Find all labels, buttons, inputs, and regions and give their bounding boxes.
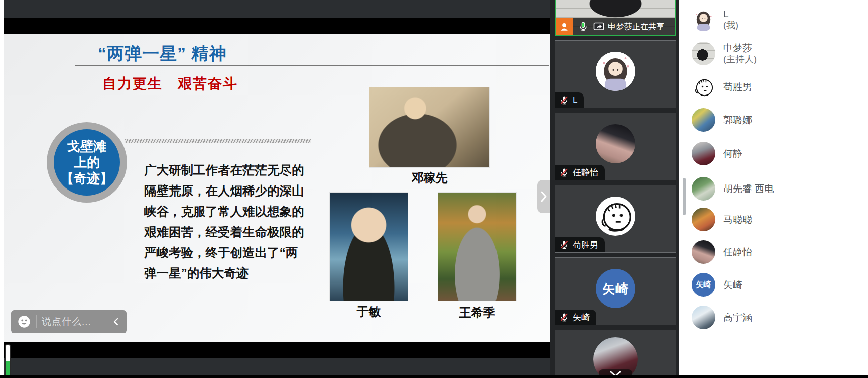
illustrated-girl-avatar	[596, 52, 635, 91]
slide-title: “两弹一星” 精神	[98, 42, 226, 65]
avatar	[692, 177, 715, 201]
participant-row-macongcong[interactable]: 马聪聪	[692, 208, 752, 231]
chat-divider	[106, 315, 106, 328]
participant-role: (我)	[723, 20, 738, 31]
avatar	[692, 108, 715, 132]
avatar	[692, 75, 715, 99]
participant-name: 任静怡	[723, 246, 752, 258]
participant-name: 申梦莎	[723, 42, 757, 54]
avatar	[692, 142, 715, 165]
participant-row-huxianrui[interactable]: 胡先睿 西电	[692, 177, 774, 201]
illustrated-girl-avatar	[692, 8, 715, 31]
participant-text: 申梦莎 (主持人)	[723, 42, 757, 65]
collapse-chat-icon[interactable]	[111, 317, 120, 327]
participant-row-shenmengsha[interactable]: 申梦莎 (主持人)	[692, 42, 757, 65]
video-tiles-column: 申梦莎正在共享	[550, 0, 679, 378]
participant-role: (主持人)	[723, 54, 757, 65]
presenter-badge	[556, 18, 573, 35]
mic-muted-icon	[559, 312, 569, 322]
avatar-initials-text: 矢崎	[602, 280, 629, 297]
tile-participant-renjingyi[interactable]: 任静怡	[555, 113, 676, 180]
participants-panel: L (我) 申梦莎 (主持人) 苟胜男	[679, 0, 868, 378]
window-bottom-edge	[0, 375, 868, 378]
participant-row-guoluna[interactable]: 郭璐娜	[692, 108, 752, 132]
tile-name: L	[573, 95, 577, 105]
smiley-emoji-icon[interactable]	[17, 315, 31, 329]
letterbox-bottom	[4, 342, 550, 358]
participant-name: 高宇涵	[723, 312, 752, 323]
slide-subtitle: 自力更生 艰苦奋斗	[102, 74, 238, 93]
mic-active-icon	[578, 21, 589, 32]
tile-name: 矢崎	[573, 312, 590, 323]
name-pill: 矢崎	[555, 310, 596, 325]
participant-row-yazaki[interactable]: 矢崎 矢崎	[692, 273, 742, 297]
chat-divider	[36, 315, 37, 328]
tile-participant-yazaki[interactable]: 矢崎 矢崎	[555, 257, 676, 325]
gobi-circle-badge: 戈壁滩 上的 【奇迹】	[47, 122, 127, 203]
panel-scrollbar[interactable]	[683, 178, 686, 215]
participant-name: 胡先睿 西电	[723, 183, 774, 195]
cartoon-face-avatar	[692, 75, 715, 99]
participant-name: L	[723, 8, 738, 20]
photo-yu-min	[330, 193, 408, 301]
mic-muted-icon	[559, 167, 569, 177]
tile-name: 苟胜男	[573, 239, 598, 251]
name-pill: 苟胜男	[555, 237, 605, 252]
letterbox-top	[4, 18, 550, 34]
participant-text: L (我)	[723, 8, 738, 31]
meeting-window: “两弹一星” 精神 自力更生 艰苦奋斗 戈壁滩 上的 【奇迹】 广大研制工作者在…	[0, 0, 868, 378]
shared-slide: “两弹一星” 精神 自力更生 艰苦奋斗 戈壁滩 上的 【奇迹】 广大研制工作者在…	[4, 34, 550, 342]
tile-participant-goushengnan[interactable]: 苟胜男	[555, 185, 676, 253]
avatar	[692, 208, 715, 231]
title-divider	[75, 65, 549, 66]
avatar	[596, 124, 635, 163]
avatar	[692, 8, 715, 31]
avatar	[596, 197, 635, 236]
caption-wang-xiji: 王希季	[438, 305, 516, 321]
participant-row-goushengnan[interactable]: 苟胜男	[692, 75, 752, 99]
chevron-right-icon	[539, 190, 548, 203]
participant-name: 苟胜男	[723, 81, 752, 93]
name-pill: L	[555, 92, 584, 108]
participant-name: 何静	[723, 148, 742, 159]
mic-level-meter	[5, 344, 11, 378]
avatar-initials: 矢崎	[596, 269, 635, 308]
tile-name: 任静怡	[573, 167, 598, 178]
participant-row-renjingyi[interactable]: 任静怡	[692, 240, 752, 264]
avatar	[692, 42, 715, 65]
avatar-initials: 矢崎	[692, 273, 715, 297]
participant-name: 郭璐娜	[723, 114, 752, 126]
caption-deng-jiaxian: 邓稼先	[369, 170, 489, 186]
avatar	[692, 306, 715, 329]
photo-wang-xiji	[438, 193, 516, 301]
photo-deng-jiaxian	[369, 87, 489, 167]
participant-name: 马聪聪	[723, 214, 752, 225]
gobi-circle-badge-text: 戈壁滩 上的 【奇迹】	[54, 129, 120, 196]
participant-row-gaoyuhan[interactable]: 高宇涵	[692, 306, 752, 329]
left-edge-strip	[0, 0, 4, 378]
screen-share-region: “两弹一星” 精神 自力更生 艰苦奋斗 戈壁滩 上的 【奇迹】 广大研制工作者在…	[4, 0, 550, 378]
caption-yu-min: 于敏	[330, 304, 408, 320]
person-icon	[559, 21, 570, 32]
mic-muted-icon	[559, 240, 569, 250]
avatar	[596, 52, 635, 91]
participant-row-hejing[interactable]: 何静	[692, 142, 742, 165]
participant-name: 矢崎	[723, 279, 742, 291]
slide-body-text: 广大研制工作者在茫茫无尽的 隔壁荒原，在人烟稀少的深山 峡谷，克服了常人难以想象…	[144, 160, 315, 284]
quick-chat-bar[interactable]: 说点什么...	[11, 310, 127, 333]
tile-participant-partial[interactable]	[555, 330, 676, 378]
sharing-status-strip: 申梦莎正在共享	[556, 18, 675, 35]
name-pill: 任静怡	[555, 165, 605, 180]
tile-participant-l[interactable]: L	[555, 40, 676, 108]
cartoon-face-avatar	[596, 197, 635, 236]
dotted-connector	[125, 139, 311, 143]
screen-share-icon	[593, 21, 605, 32]
chat-input[interactable]: 说点什么...	[42, 315, 101, 328]
participant-row-l[interactable]: L (我)	[692, 8, 738, 31]
expand-panel-button[interactable]	[537, 180, 550, 213]
avatar	[692, 240, 715, 264]
mic-muted-icon	[559, 95, 569, 105]
tile-sharing-shenmengsha[interactable]: 申梦莎正在共享	[555, 0, 676, 36]
avatar-initials-text: 矢崎	[696, 280, 711, 290]
sharing-label: 申梦莎正在共享	[608, 22, 664, 32]
